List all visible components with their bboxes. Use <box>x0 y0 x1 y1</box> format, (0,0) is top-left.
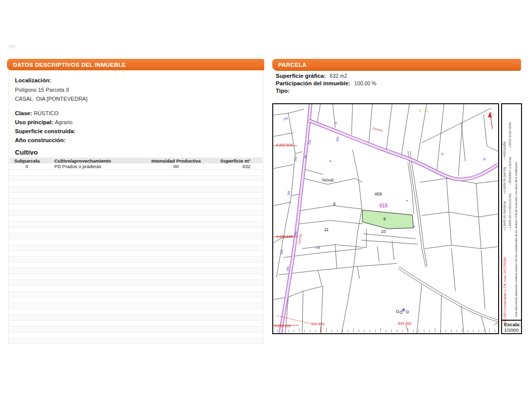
structures-symbol <box>396 308 409 313</box>
empty-table-row <box>9 297 262 303</box>
scale-label: Escala: <box>504 322 519 327</box>
legend-coordinates-note: 510.000 Coordenadas U.T.M. Huso 29 ETRS8… <box>503 231 507 324</box>
anio-construccion-row: Año construcción: <box>15 137 257 143</box>
table-row: 0 PD Prados o praderas 00 632 <box>9 164 262 170</box>
empty-table-row <box>9 199 262 204</box>
empty-table-row <box>9 239 262 245</box>
legend-item: — Límite zona verde <box>508 122 512 150</box>
empty-table-row <box>9 245 262 251</box>
empty-table-row <box>9 204 262 210</box>
map-legend-strip: — Límite de manzana— Límite de parcela— … <box>501 103 522 334</box>
empty-table-row <box>9 216 262 222</box>
legend-item-label: Mobiliario y aceras <box>508 157 512 184</box>
empty-table-row <box>9 338 262 344</box>
legend-item: — Límite de manzana <box>503 201 506 231</box>
datos-descriptivos-panel: Localización: Polígono 15 Parcela 9 CASA… <box>8 70 263 344</box>
empty-table-row <box>9 170 262 176</box>
legend-symbol: — <box>508 147 512 150</box>
empty-table-row <box>9 274 262 280</box>
legend-item: — Hidrografía <box>503 142 506 160</box>
empty-table-row <box>9 268 262 274</box>
legend-item: — Límite de parcela <box>503 167 506 194</box>
empty-table-row <box>9 187 262 193</box>
legend-symbol: — <box>503 157 506 160</box>
certificate-page: DATOS DESCRIPTIVOS DEL INMUEBLE Localiza… <box>0 0 532 399</box>
empty-table-row <box>9 332 262 338</box>
scale-box: Escala: 1/2000 <box>502 320 521 333</box>
empty-table-row <box>9 233 262 239</box>
legend-item-label: Hidrografía <box>503 142 506 157</box>
superficie-grafica-value: 632 m2 <box>330 73 347 79</box>
section-header-label: PARCELA <box>278 62 307 68</box>
highlighted-parcel <box>362 210 413 229</box>
legend-item-label: Límite de parcela <box>503 167 506 191</box>
section-header-parcela: PARCELA <box>272 59 521 70</box>
scale-value: 1/2000 <box>504 327 519 333</box>
empty-table-row <box>9 315 262 321</box>
legend-item: — Mobiliario y aceras <box>508 157 512 187</box>
section-header-datos-descriptivos: DATOS DESCRIPTIVOS DEL INMUEBLE <box>7 59 264 70</box>
legend-footer-note: Este documento electrónico contiene anex… <box>515 108 518 317</box>
empty-table-row <box>9 321 262 327</box>
north-arrow <box>488 112 494 129</box>
participacion-value: 100,00 % <box>355 80 376 86</box>
clase-value: RÚSTICO <box>34 110 59 116</box>
empty-table-row <box>9 309 262 315</box>
legend-item-label: Límite de manzana <box>503 201 506 228</box>
empty-table-row <box>9 193 262 199</box>
legend-column-1: — Límite de manzana— Límite de parcela— … <box>503 107 506 231</box>
empty-table-row <box>9 292 262 298</box>
cultivo-table-header: Subparcela Cultivo/aprovechamiento Inten… <box>9 158 262 164</box>
cadastral-linework <box>273 104 498 333</box>
legend-symbol: — <box>503 191 506 194</box>
section-header-label: DATOS DESCRIPTIVOS DEL INMUEBLE <box>13 62 126 68</box>
empty-table-row <box>9 228 262 234</box>
uso-value: Agrario <box>55 119 72 125</box>
empty-table-row <box>9 257 262 263</box>
tipo-row: Tipo: <box>276 88 510 94</box>
col-superficie: Superficie m² <box>218 158 262 164</box>
superficie-construida-row: Superficie construida: <box>15 128 257 134</box>
localizacion-label: Localización: <box>15 77 257 83</box>
localizacion-line1: Polígono 15 Parcela 9 <box>15 87 257 93</box>
col-intensidad: Intensidad Productiva <box>134 158 218 164</box>
artifact-smudge <box>8 45 15 48</box>
cultivo-table: Subparcela Cultivo/aprovechamiento Inten… <box>9 158 262 170</box>
empty-table-row <box>9 280 262 286</box>
col-subparcela: Subparcela <box>9 158 44 164</box>
cultivo-title: Cultivo <box>15 149 257 156</box>
uso-principal-row: Uso principal: Agrario <box>15 119 257 125</box>
cultivo-empty-rows <box>9 170 262 344</box>
empty-table-row <box>9 286 262 292</box>
clase-row: Clase: RÚSTICO <box>15 110 257 116</box>
empty-table-row <box>9 251 262 257</box>
legend-symbol: — <box>508 183 512 186</box>
participacion-row: Participación del inmueble: 100,00 % <box>276 80 510 86</box>
empty-table-row <box>9 222 262 228</box>
superficie-grafica-row: Superficie gráfica: 632 m2 <box>276 73 510 79</box>
localizacion-line2: CASAL. OIA [PONTEVEDRA] <box>15 96 257 102</box>
legend-item: — Límite de construcciones <box>508 193 512 231</box>
empty-table-row <box>9 327 262 333</box>
empty-table-row <box>9 181 262 187</box>
empty-table-row <box>9 210 262 216</box>
col-cultivo: Cultivo/aprovechamiento <box>44 158 134 164</box>
empty-table-row <box>9 176 262 182</box>
empty-table-row <box>9 303 262 309</box>
legend-item-label: Límite de construcciones <box>508 193 512 228</box>
empty-table-row <box>9 263 262 269</box>
cadastral-map: Noval459811910015P - 134.653.6004.653.50… <box>272 103 499 334</box>
parcela-info: Superficie gráfica: 632 m2 Participación… <box>276 73 510 95</box>
legend-column-2: — Límite de construcciones— Mobiliario y… <box>508 107 512 231</box>
legend-item-label: Límite zona verde <box>508 122 512 147</box>
legend-symbol: — <box>508 228 512 231</box>
